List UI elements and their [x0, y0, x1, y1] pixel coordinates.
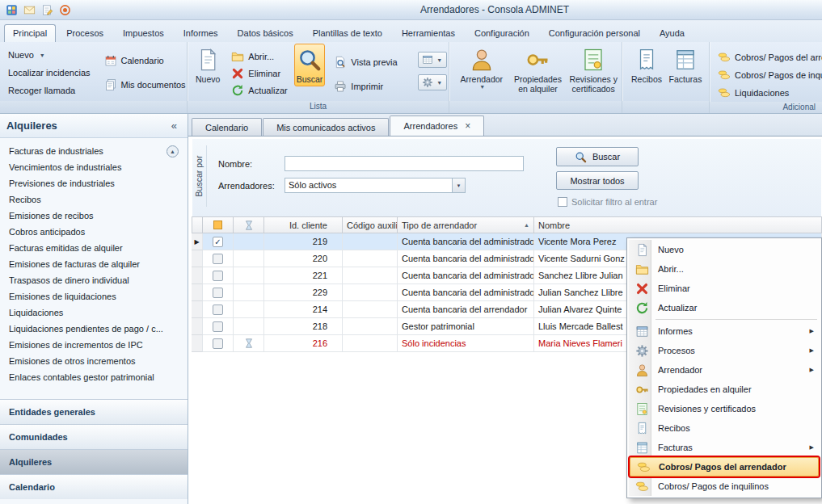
ribbon-mis-documentos[interactable]: Mis documentos	[101, 76, 189, 94]
arrendadores-select[interactable]: Sólo activos ▼	[285, 178, 466, 193]
cell-aux	[343, 250, 398, 267]
incidencia-column-header[interactable]	[234, 216, 264, 233]
ribbon-cobros-arrendador[interactable]: Cobros/ Pagos del arrendador	[715, 48, 822, 66]
sidebar-nav-comunidades[interactable]: Comunidades	[0, 424, 188, 449]
delete-icon	[231, 67, 244, 80]
sidebar-item-facturas-industriales[interactable]: Facturas de industriales▲	[0, 143, 188, 159]
sidebar-nav-calendario[interactable]: Calendario	[0, 474, 188, 499]
sidebar-item-traspasos-dinero[interactable]: Traspasos de dinero individual	[0, 272, 188, 288]
ribbon-calendario[interactable]: Calendario	[101, 52, 189, 69]
row-checkbox[interactable]	[213, 288, 223, 298]
ribbon-tab-herramientas[interactable]: Herramientas	[393, 24, 464, 42]
sidebar-item-emisiones-liquidaciones[interactable]: Emisiones de liquidaciones	[0, 288, 188, 304]
ribbon-nuevo-button[interactable]: Nuevo	[193, 44, 222, 86]
sidebar-item-otros-incrementos[interactable]: Emisiones de otros incrementos	[0, 353, 188, 369]
ribbon-tab-impuestos[interactable]: Impuestos	[114, 24, 173, 42]
menu-item-procesos[interactable]: Procesos ▶	[629, 341, 820, 360]
payments-icon	[718, 51, 731, 64]
row-checkbox[interactable]	[213, 237, 223, 247]
menu-item-abrir[interactable]: Abrir...	[629, 259, 820, 279]
ribbon-recibos-button[interactable]: Recibos	[628, 44, 665, 86]
ribbon-abrir[interactable]: Abrir...	[228, 48, 290, 65]
ribbon-tab-plantillas[interactable]: Plantillas de texto	[304, 24, 391, 42]
collapse-sidebar-icon[interactable]: «	[167, 120, 181, 132]
menu-item-cobros-pagos-de-inquilinos[interactable]: Cobros/ Pagos de inquilinos	[629, 477, 820, 496]
sidebar-item-liquidaciones[interactable]: Liquidaciones	[0, 304, 188, 321]
ribbon-tab-procesos[interactable]: Procesos	[57, 24, 112, 42]
tab-calendario[interactable]: Calendario	[192, 118, 262, 136]
ribbon-revisiones-button[interactable]: Revisiones y certificados	[566, 44, 621, 96]
ribbon-tab-ayuda[interactable]: Ayuda	[651, 24, 693, 42]
close-icon[interactable]: ×	[465, 122, 470, 130]
sidebar-item-previsiones-industriales[interactable]: Previsiones de industriales	[0, 175, 188, 191]
menu-item-arrendador[interactable]: Arrendador ▶	[629, 360, 820, 380]
sidebar-item-incrementos-ipc[interactable]: Emisiones de incrementos de IPC	[0, 337, 188, 353]
ribbon-buscar-button[interactable]: Buscar	[294, 44, 326, 86]
sidebar-item-cobros-anticipados[interactable]: Cobros anticipados	[0, 224, 188, 240]
menu-item-informes[interactable]: Informes ▶	[629, 321, 820, 341]
menu-item-revisiones-y-certificados[interactable]: Revisiones y certificados	[629, 399, 820, 418]
ribbon-gear-dropdown-button[interactable]: ▼	[418, 74, 447, 90]
ribbon-tab-informes[interactable]: Informes	[175, 24, 227, 42]
ribbon-liquidaciones[interactable]: Liquidaciones	[715, 84, 822, 102]
scroll-up-icon[interactable]: ▲	[167, 145, 179, 158]
chevron-down-icon: ▼	[436, 57, 442, 63]
ribbon-tab-principal[interactable]: Principal	[4, 24, 56, 42]
sidebar-item-enlaces-contables[interactable]: Enlaces contables gestor patrimonial	[0, 369, 188, 385]
ribbon-recoger-llamada[interactable]: Recoger llamada	[5, 82, 94, 99]
ribbon-arrendador-button[interactable]: Arrendador ▼	[453, 44, 510, 92]
chevron-down-icon: ▼	[40, 52, 45, 58]
row-checkbox[interactable]	[213, 304, 223, 315]
ribbon-tab-datos-basicos[interactable]: Datos básicos	[229, 24, 302, 42]
column-header-id-cliente[interactable]: Id. cliente	[264, 216, 343, 233]
menu-item-cobros-pagos-del-arrendador[interactable]: Cobros/ Pagos del arrendador	[630, 457, 819, 477]
sidebar-item-emisiones-facturas[interactable]: Emisiones de facturas de alquiler	[0, 256, 188, 272]
menu-item-nuevo[interactable]: Nuevo	[629, 240, 820, 259]
ribbon-propiedades-button[interactable]: Propiedades en alquiler	[512, 44, 565, 96]
record-icon[interactable]	[57, 2, 72, 17]
ribbon-imprimir[interactable]: Imprimir	[331, 78, 400, 95]
row-checkbox[interactable]	[213, 321, 223, 332]
sidebar-item-vencimientos-industriales[interactable]: Vencimientos de industriales	[0, 159, 188, 175]
chevron-down-icon[interactable]: ▼	[452, 178, 465, 192]
sidebar-nav-entidades-generales[interactable]: Entidades generales	[0, 399, 188, 424]
ribbon-actualizar[interactable]: Actualizar	[228, 82, 290, 99]
sidebar-nav-alquileres[interactable]: Alquileres	[0, 449, 188, 474]
nombre-input[interactable]	[285, 156, 524, 171]
column-header-codigo-auxiliar[interactable]: Código auxiliar	[343, 216, 398, 233]
column-header-tipo-arrendador[interactable]: Tipo de arrendador▲	[398, 216, 534, 233]
sidebar-item-liquidaciones-pendientes[interactable]: Liquidaciones pendientes de pago / c...	[0, 321, 188, 337]
sidebar-item-emisiones-recibos[interactable]: Emisiones de recibos	[0, 208, 188, 224]
mail-icon[interactable]	[22, 2, 36, 17]
tab-mis-comunicados-activos[interactable]: Mis comunicados activos	[263, 118, 389, 136]
menu-item-propiedades-en-alquiler[interactable]: Propiedades en alquiler	[629, 380, 820, 399]
app-icon[interactable]	[4, 2, 19, 17]
solicitar-filtro-checkbox[interactable]	[558, 197, 567, 207]
ribbon-grid-dropdown-button[interactable]: ▼	[418, 52, 447, 68]
ribbon-vista-previa[interactable]: Vista previa	[331, 53, 400, 71]
tab-arrendadores[interactable]: Arrendadores ×	[390, 116, 484, 136]
ribbon-nuevo-menu[interactable]: Nuevo▼	[5, 46, 94, 64]
notes-icon[interactable]	[40, 2, 54, 17]
menu-item-eliminar[interactable]: Eliminar	[629, 279, 820, 298]
menu-item-recibos[interactable]: Recibos	[629, 418, 820, 438]
menu-item-facturas[interactable]: Facturas ▶	[629, 438, 820, 457]
select-all-checkbox[interactable]	[213, 220, 222, 229]
mostrar-todos-button[interactable]: Mostrar todos	[556, 171, 639, 190]
row-checkbox[interactable]	[213, 254, 223, 264]
row-checkbox[interactable]	[213, 271, 223, 281]
sidebar-item-recibos[interactable]: Recibos	[0, 191, 188, 208]
ribbon-eliminar[interactable]: Eliminar	[228, 65, 290, 82]
ribbon-localizar-incidencias[interactable]: Localizar incidencias	[5, 64, 94, 82]
row-checkbox[interactable]	[213, 338, 223, 349]
buscar-button[interactable]: Buscar	[556, 147, 639, 166]
menu-item-actualizar[interactable]: Actualizar	[629, 298, 820, 317]
sidebar-item-facturas-emitidas[interactable]: Facturas emitidas de alquiler	[0, 240, 188, 256]
ribbon-tab-configuracion-personal[interactable]: Configuración personal	[540, 24, 649, 42]
ribbon-tab-configuracion[interactable]: Configuración	[466, 24, 538, 42]
column-header-nombre[interactable]: Nombre	[534, 216, 822, 233]
key-icon	[632, 383, 651, 397]
ribbon-cobros-inquilinos[interactable]: Cobros/ Pagos de inquilinos	[715, 66, 822, 84]
select-column-header[interactable]	[203, 216, 234, 233]
ribbon-facturas-button[interactable]: Facturas	[667, 44, 704, 86]
